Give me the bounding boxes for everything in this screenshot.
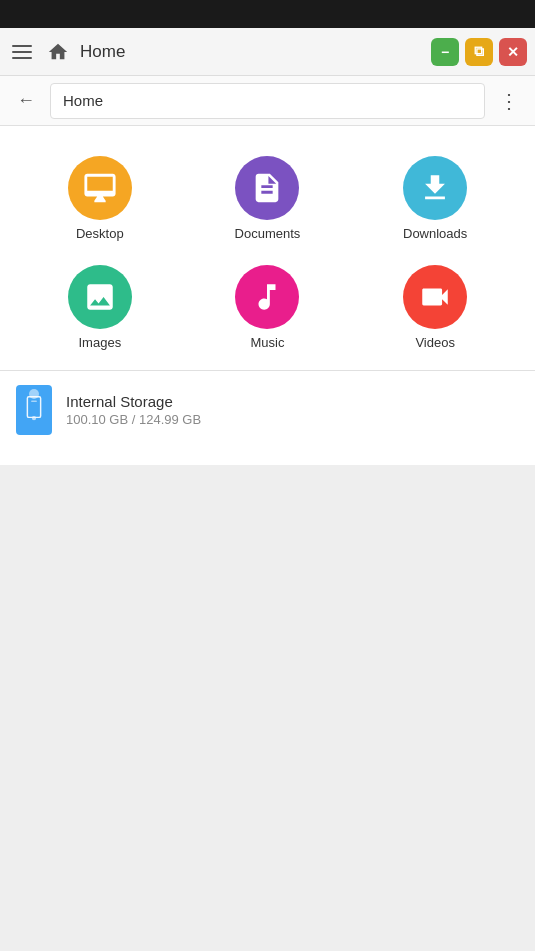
desktop-icon-circle bbox=[68, 156, 132, 220]
folder-item-downloads[interactable]: Downloads bbox=[351, 156, 519, 241]
status-bar bbox=[0, 0, 535, 28]
close-button[interactable]: ✕ bbox=[499, 38, 527, 66]
folder-item-documents[interactable]: Documents bbox=[184, 156, 352, 241]
music-icon-circle bbox=[235, 265, 299, 329]
folder-item-desktop[interactable]: Desktop bbox=[16, 156, 184, 241]
videos-label: Videos bbox=[415, 335, 455, 350]
svg-rect-0 bbox=[27, 397, 40, 418]
window-title: Home bbox=[80, 42, 125, 62]
address-bar: ← ⋮ bbox=[0, 76, 535, 126]
folder-grid: Desktop Documents Downloads Images bbox=[16, 146, 519, 370]
title-bar: Home − ⧉ ✕ bbox=[0, 28, 535, 76]
more-options-button[interactable]: ⋮ bbox=[493, 85, 525, 117]
videos-icon-circle bbox=[403, 265, 467, 329]
downloads-icon-circle bbox=[403, 156, 467, 220]
svg-point-1 bbox=[32, 416, 36, 420]
minimize-button[interactable]: − bbox=[431, 38, 459, 66]
storage-info: Internal Storage 100.10 GB / 124.99 GB bbox=[66, 393, 201, 427]
folder-item-videos[interactable]: Videos bbox=[351, 265, 519, 350]
empty-area bbox=[0, 465, 535, 951]
folder-item-images[interactable]: Images bbox=[16, 265, 184, 350]
storage-name: Internal Storage bbox=[66, 393, 201, 410]
images-icon-circle bbox=[68, 265, 132, 329]
address-input[interactable] bbox=[50, 83, 485, 119]
home-icon bbox=[44, 38, 72, 66]
documents-label: Documents bbox=[235, 226, 301, 241]
main-content: Desktop Documents Downloads Images bbox=[0, 126, 535, 465]
music-label: Music bbox=[251, 335, 285, 350]
storage-size: 100.10 GB / 124.99 GB bbox=[66, 412, 201, 427]
window-controls: − ⧉ ✕ bbox=[431, 38, 527, 66]
hamburger-menu-button[interactable] bbox=[8, 38, 36, 66]
back-button[interactable]: ← bbox=[10, 85, 42, 117]
storage-device-icon bbox=[16, 385, 52, 435]
downloads-label: Downloads bbox=[403, 226, 467, 241]
maximize-button[interactable]: ⧉ bbox=[465, 38, 493, 66]
folder-item-music[interactable]: Music bbox=[184, 265, 352, 350]
images-label: Images bbox=[79, 335, 122, 350]
desktop-label: Desktop bbox=[76, 226, 124, 241]
storage-item[interactable]: Internal Storage 100.10 GB / 124.99 GB bbox=[16, 371, 519, 449]
documents-icon-circle bbox=[235, 156, 299, 220]
svg-rect-2 bbox=[31, 400, 37, 401]
